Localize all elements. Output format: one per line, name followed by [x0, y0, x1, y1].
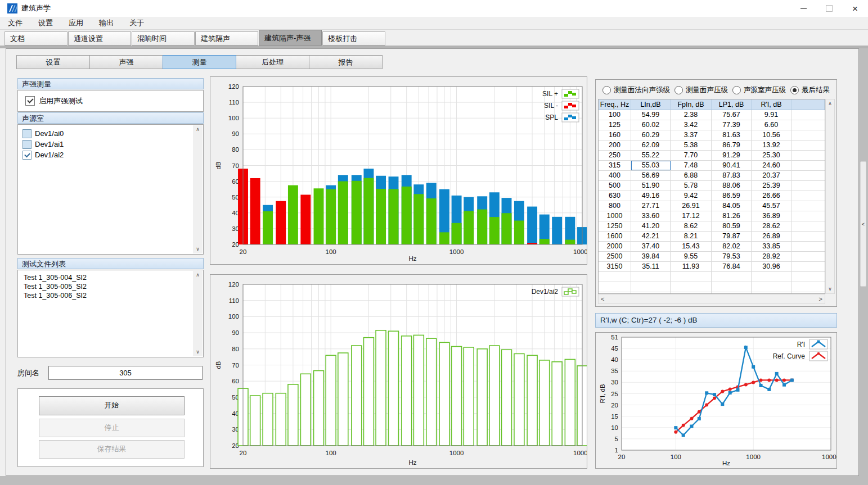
- channel-checkbox[interactable]: [23, 140, 32, 149]
- table-cell[interactable]: 84.05: [712, 201, 752, 211]
- table-cell[interactable]: 3.42: [671, 120, 712, 130]
- table-row-7[interactable]: 50051.905.7888.0625.39: [599, 181, 825, 191]
- table-cell[interactable]: 500: [599, 181, 631, 191]
- menu-item-4[interactable]: 关于: [122, 17, 152, 29]
- table-cell[interactable]: 800: [599, 201, 631, 211]
- stop-button[interactable]: 停止: [39, 419, 185, 437]
- table-cell[interactable]: 87.83: [712, 171, 752, 180]
- enable-intensity-checkbox[interactable]: [25, 96, 35, 106]
- table-cell[interactable]: 26.89: [752, 232, 791, 241]
- table-cell[interactable]: 24.60: [752, 161, 791, 170]
- table-cell[interactable]: 60.29: [631, 130, 671, 140]
- radio-icon[interactable]: [674, 86, 683, 94]
- sub-tab-4[interactable]: 报告: [309, 55, 383, 69]
- table-cell[interactable]: 91.29: [712, 151, 752, 160]
- table-cell[interactable]: 630: [599, 191, 631, 201]
- table-cell[interactable]: 82.02: [712, 242, 752, 251]
- main-tab-1[interactable]: 通道设置: [68, 31, 131, 46]
- table-cell[interactable]: 55.03: [631, 161, 671, 170]
- table-cell[interactable]: 2500: [599, 252, 631, 261]
- table-cell[interactable]: 37.40: [631, 242, 671, 251]
- minimize-button[interactable]: [790, 0, 816, 17]
- table-cell[interactable]: 400: [599, 171, 631, 180]
- table-cell[interactable]: 3.37: [671, 130, 712, 140]
- table-row-12[interactable]: 160042.218.2179.8726.89: [599, 232, 825, 242]
- table-cell[interactable]: 62.09: [631, 140, 671, 150]
- table-row-0[interactable]: 10054.992.3875.679.91: [599, 110, 825, 120]
- table-cell[interactable]: 60.02: [631, 120, 671, 130]
- file-item-2[interactable]: Test 1_305-006_SI2: [18, 291, 203, 300]
- table-cell[interactable]: 6.88: [671, 171, 712, 180]
- table-cell[interactable]: 79.53: [712, 252, 752, 261]
- channel-list-scrollbar[interactable]: ∧ ∨: [193, 125, 203, 253]
- sub-tab-3[interactable]: 后处理: [236, 55, 309, 69]
- menu-item-3[interactable]: 输出: [91, 17, 122, 29]
- table-cell[interactable]: 9.42: [671, 191, 712, 201]
- table-cell[interactable]: 26.66: [752, 191, 791, 201]
- file-item-0[interactable]: Test 1_305-004_SI2: [18, 273, 203, 282]
- table-cell[interactable]: 20.37: [752, 171, 791, 180]
- table-cell[interactable]: 1600: [599, 232, 631, 241]
- table-cell[interactable]: 8.21: [671, 232, 712, 241]
- table-cell[interactable]: 5.38: [671, 140, 712, 150]
- table-cell[interactable]: 90.41: [712, 161, 752, 170]
- table-cell[interactable]: 125: [599, 120, 631, 130]
- table-cell[interactable]: 30.96: [752, 262, 791, 271]
- table-cell[interactable]: 10.56: [752, 130, 791, 140]
- table-row-5[interactable]: 31555.037.4890.4124.60: [599, 161, 825, 171]
- table-row-11[interactable]: 125041.208.6280.5928.62: [599, 221, 825, 232]
- table-cell[interactable]: 81.26: [712, 211, 752, 221]
- table-row-6[interactable]: 40056.696.8887.8320.37: [599, 171, 825, 181]
- channel-row-0[interactable]: Dev1/ai0: [18, 128, 203, 139]
- scroll-right-icon[interactable]: >: [819, 296, 822, 302]
- table-cell[interactable]: 6.60: [752, 120, 791, 130]
- table-row-1[interactable]: 12560.023.4277.396.60: [599, 120, 825, 130]
- channel-row-2[interactable]: Dev1/ai2: [18, 149, 203, 160]
- enable-intensity-row[interactable]: 启用声强测试: [17, 90, 204, 112]
- table-cell[interactable]: 15.43: [671, 242, 712, 251]
- menu-item-2[interactable]: 应用: [61, 17, 91, 29]
- table-cell[interactable]: 79.87: [712, 232, 752, 241]
- table-cell[interactable]: 28.92: [752, 252, 791, 261]
- table-cell[interactable]: 26.91: [671, 201, 712, 211]
- table-cell[interactable]: 7.70: [671, 151, 712, 160]
- table-row-2[interactable]: 16060.293.3781.6310.56: [599, 130, 825, 140]
- maximize-button[interactable]: [816, 0, 842, 17]
- sub-tab-1[interactable]: 声强: [89, 55, 163, 69]
- table-cell[interactable]: 9.55: [671, 252, 712, 261]
- channel-row-1[interactable]: Dev1/ai1: [18, 139, 203, 149]
- result-mode-3[interactable]: 最后结果: [790, 85, 830, 95]
- table-cell[interactable]: 88.06: [712, 181, 752, 191]
- table-cell[interactable]: 33.60: [631, 211, 671, 221]
- table-cell[interactable]: 13.92: [752, 140, 791, 150]
- table-horizontal-scrollbar[interactable]: < >: [598, 294, 825, 304]
- table-cell[interactable]: 54.99: [631, 110, 671, 120]
- table-cell[interactable]: 8.62: [671, 221, 712, 231]
- table-cell[interactable]: 2000: [599, 242, 631, 251]
- table-cell[interactable]: 75.67: [712, 110, 752, 120]
- table-cell[interactable]: 86.79: [712, 140, 752, 150]
- result-mode-1[interactable]: 测量面声压级: [674, 85, 728, 95]
- scroll-up-icon[interactable]: ∧: [196, 271, 200, 279]
- table-cell[interactable]: 81.63: [712, 130, 752, 140]
- table-cell[interactable]: 42.21: [631, 232, 671, 241]
- table-cell[interactable]: 35.11: [631, 262, 671, 271]
- channel-checkbox[interactable]: [23, 151, 32, 160]
- radio-icon[interactable]: [732, 86, 741, 94]
- table-row-13[interactable]: 200037.4015.4382.0233.85: [599, 242, 825, 252]
- table-cell[interactable]: 17.12: [671, 211, 712, 221]
- table-cell[interactable]: 36.89: [752, 211, 791, 221]
- table-row-9[interactable]: 80027.7126.9184.0545.57: [599, 201, 825, 211]
- main-tab-5[interactable]: 楼板打击: [322, 31, 385, 46]
- close-button[interactable]: ×: [842, 0, 868, 17]
- scroll-down-icon[interactable]: ∨: [196, 245, 200, 253]
- result-mode-0[interactable]: 测量面法向声强级: [602, 85, 670, 95]
- radio-icon[interactable]: [602, 86, 611, 94]
- table-cell[interactable]: 86.59: [712, 191, 752, 201]
- table-row-10[interactable]: 100033.6017.1281.2636.89: [599, 211, 825, 221]
- table-cell[interactable]: 7.48: [671, 161, 712, 170]
- menu-item-1[interactable]: 设置: [30, 17, 61, 29]
- table-cell[interactable]: 25.39: [752, 181, 791, 191]
- table-cell[interactable]: 51.90: [631, 181, 671, 191]
- table-cell[interactable]: 77.39: [712, 120, 752, 130]
